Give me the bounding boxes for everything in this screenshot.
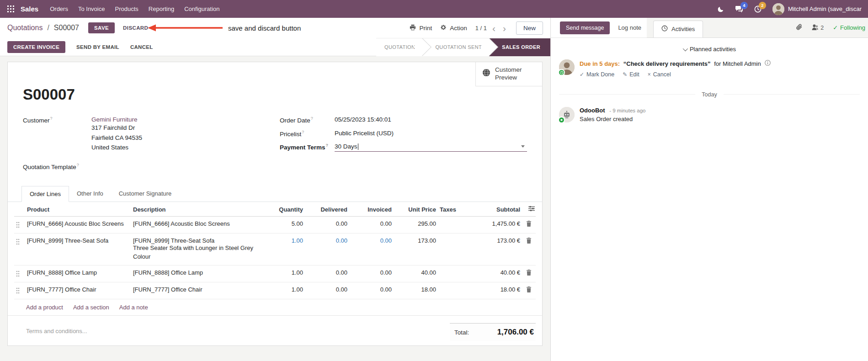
quotation-template-label: Quotation Template?	[23, 163, 79, 170]
terms-and-conditions-field[interactable]: Terms and conditions...	[26, 328, 87, 334]
menu-reporting[interactable]: Reporting	[144, 0, 179, 18]
cell-quantity[interactable]: 1.00	[272, 234, 305, 265]
add-section-link[interactable]: Add a section	[73, 304, 109, 311]
cell-quantity[interactable]: 5.00	[272, 217, 305, 234]
tab-other-info[interactable]: Other Info	[69, 186, 111, 202]
cell-description[interactable]: [FURN_7777] Office Chair	[131, 282, 272, 299]
mark-done-button[interactable]: ✓Mark Done	[580, 71, 614, 78]
cell-invoiced[interactable]: 0.00	[349, 234, 394, 265]
optional-columns-icon[interactable]	[528, 206, 535, 213]
drag-handle-icon[interactable]	[16, 288, 20, 295]
send-message-button[interactable]: Send message	[560, 21, 610, 34]
col-delivered[interactable]: Delivered	[305, 202, 349, 217]
create-invoice-button[interactable]: CREATE INVOICE	[7, 41, 65, 53]
app-name[interactable]: Sales	[21, 5, 38, 13]
message-body: Sales Order created	[580, 116, 645, 122]
tab-order-lines[interactable]: Order Lines	[21, 186, 69, 202]
cell-product[interactable]: [FURN_8888] Office Lamp	[25, 265, 131, 282]
cell-delivered[interactable]: 0.00	[305, 265, 349, 282]
edit-activity-button[interactable]: ✎Edit	[623, 71, 639, 78]
step-quotation[interactable]: QUOTATION	[376, 38, 422, 56]
menu-orders[interactable]: Orders	[45, 0, 73, 18]
drag-handle-icon[interactable]	[16, 239, 20, 246]
menu-configuration[interactable]: Configuration	[179, 0, 224, 18]
breadcrumb-quotations[interactable]: Quotations	[7, 24, 43, 32]
dark-mode-moon-icon[interactable]	[718, 6, 724, 12]
col-quantity[interactable]: Quantity	[272, 202, 305, 217]
cell-product[interactable]: [FURN_7777] Office Chair	[25, 282, 131, 299]
tab-customer-signature[interactable]: Customer Signature	[111, 186, 180, 202]
text-cursor	[358, 143, 358, 150]
info-icon[interactable]	[765, 60, 771, 67]
cell-delivered[interactable]: 0.00	[305, 282, 349, 299]
action-button[interactable]: Action	[440, 24, 467, 32]
cell-taxes[interactable]	[438, 234, 473, 265]
payment-terms-input[interactable]: 30 Days	[335, 143, 527, 152]
col-taxes[interactable]: Taxes	[438, 202, 473, 217]
drag-handle-icon[interactable]	[16, 271, 20, 278]
col-product[interactable]: Product	[25, 202, 131, 217]
col-subtotal[interactable]: Subtotal	[473, 202, 522, 217]
delete-row-icon[interactable]	[526, 221, 532, 228]
save-button[interactable]: SAVE	[88, 22, 115, 33]
print-button[interactable]: Print	[410, 24, 432, 32]
cell-product[interactable]: [FURN_8999] Three-Seat Sofa	[25, 234, 131, 265]
planned-activities-toggle[interactable]: Planned activities	[551, 46, 868, 53]
customer-link[interactable]: Gemini Furniture	[91, 116, 142, 123]
cell-quantity[interactable]: 1.00	[272, 282, 305, 299]
discard-button[interactable]: DISCARD	[119, 22, 152, 33]
col-description[interactable]: Description	[131, 202, 272, 217]
pricelist-field[interactable]: Public Pricelist (USD)	[335, 130, 394, 138]
add-product-link[interactable]: Add a product	[26, 304, 63, 311]
followers-button[interactable]: 2	[812, 24, 824, 32]
add-note-link[interactable]: Add a note	[119, 304, 148, 311]
tab-activities[interactable]: Activities	[653, 21, 703, 37]
step-quotation-sent[interactable]: QUOTATION SENT	[422, 38, 489, 56]
menu-to-invoice[interactable]: To Invoice	[73, 0, 110, 18]
cell-invoiced[interactable]: 0.00	[349, 217, 394, 234]
cell-invoiced[interactable]: 0.00	[349, 282, 394, 299]
cell-quantity[interactable]: 1.00	[272, 265, 305, 282]
cell-description[interactable]: [FURN_8888] Office Lamp	[131, 265, 272, 282]
cancel-activity-button[interactable]: ×Cancel	[648, 71, 671, 78]
step-sales-order[interactable]: SALES ORDER	[489, 38, 550, 56]
cell-unit-price[interactable]: 295.00	[394, 217, 438, 234]
cell-unit-price[interactable]: 173.00	[394, 234, 438, 265]
delete-row-icon[interactable]	[526, 287, 532, 294]
cell-description[interactable]: [FURN_6666] Acoustic Bloc Screens	[131, 217, 272, 234]
menu-products[interactable]: Products	[110, 0, 143, 18]
cell-unit-price[interactable]: 18.00	[394, 282, 438, 299]
cell-unit-price[interactable]: 40.00	[394, 265, 438, 282]
cell-invoiced[interactable]: 0.00	[349, 265, 394, 282]
cell-taxes[interactable]	[438, 265, 473, 282]
cell-delivered[interactable]: 0.00	[305, 234, 349, 265]
cell-delivered[interactable]: 0.00	[305, 217, 349, 234]
delete-row-icon[interactable]	[526, 238, 532, 245]
attach-files-button[interactable]	[796, 23, 803, 32]
pager-next-button[interactable]: ›	[501, 23, 508, 33]
user-menu[interactable]: Mitchell Admin (save_discar	[772, 3, 862, 15]
delete-row-icon[interactable]	[526, 270, 532, 277]
apps-grid-icon[interactable]	[5, 5, 17, 12]
cell-taxes[interactable]	[438, 282, 473, 299]
cell-subtotal: 173.00 €	[473, 234, 522, 265]
order-date-field[interactable]: 05/25/2023 15:40:01	[335, 116, 391, 124]
log-note-button[interactable]: Log note	[618, 24, 641, 31]
col-unit-price[interactable]: Unit Price	[394, 202, 438, 217]
pencil-icon: ✎	[623, 71, 627, 78]
customer-preview-button[interactable]: Customer Preview	[475, 62, 542, 86]
breadcrumb-separator: /	[47, 24, 49, 32]
cell-product[interactable]: [FURN_6666] Acoustic Bloc Screens	[25, 217, 131, 234]
send-by-email-button[interactable]: SEND BY EMAIL	[76, 44, 119, 50]
cancel-button[interactable]: CANCEL	[130, 44, 153, 50]
following-button[interactable]: ✓ Following	[833, 24, 865, 31]
messages-button[interactable]: 4	[735, 5, 743, 13]
cell-description[interactable]: [FURN_8999] Three-Seat Sofa Three Seater…	[131, 234, 272, 265]
cell-taxes[interactable]	[438, 217, 473, 234]
pager-previous-button[interactable]: ‹	[490, 23, 497, 33]
activity-clock-button[interactable]: 2	[754, 5, 761, 13]
x-icon: ×	[648, 71, 651, 78]
col-invoiced[interactable]: Invoiced	[349, 202, 394, 217]
new-button[interactable]: New	[516, 21, 543, 35]
drag-handle-icon[interactable]	[16, 223, 20, 229]
